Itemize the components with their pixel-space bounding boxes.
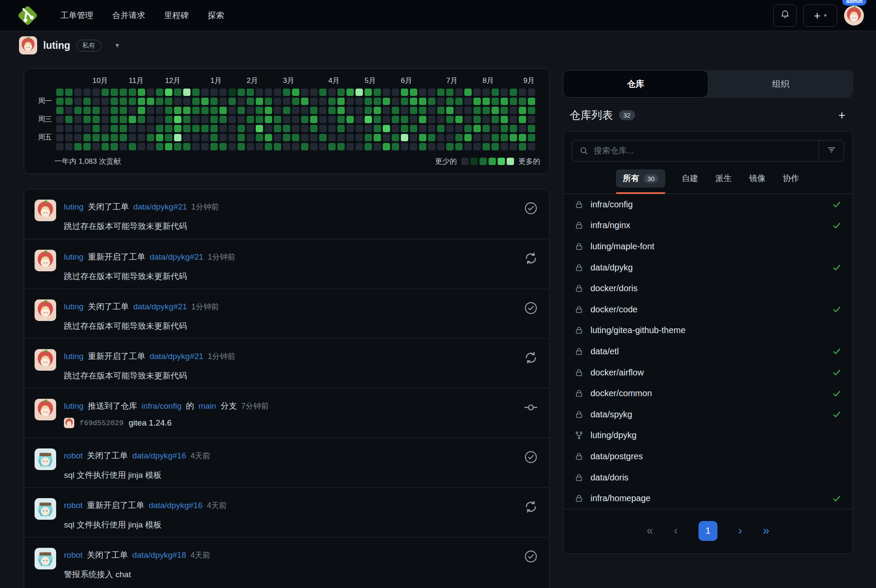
heatmap-cell [210,125,218,132]
repo-row[interactable]: data/doris [563,467,853,488]
feed-target-link[interactable]: data/dpykg#21 [149,352,203,361]
pagination-prev-button[interactable]: ‹ [674,524,678,537]
repo-row[interactable]: data/etl [563,341,853,362]
feed-user-link[interactable]: luting [64,352,83,361]
repo-row[interactable]: infra/homepage [563,488,853,509]
heatmap-cell [201,116,209,123]
repo-name-link[interactable]: luting/dpykg [590,430,637,440]
feed-item: robot重新开启了工单data/dpykg#164天前sql 文件执行使用 j… [24,487,549,537]
repo-row[interactable]: data/dpykg [563,257,853,278]
feed-avatar[interactable] [35,548,56,569]
repo-filter-button[interactable] [819,140,844,161]
heatmap-cell [156,125,163,132]
nav-item-0[interactable]: 工单管理 [53,6,101,25]
repo-name-link[interactable]: infra/nginx [590,220,630,230]
feed-target-link[interactable]: data/dpykg#16 [149,501,203,510]
feed-user-link[interactable]: robot [64,451,83,461]
heatmap-cell [283,143,290,150]
repo-filter-4[interactable]: 协作 [782,169,800,188]
repo-row[interactable]: luting/gitea-github-theme [563,320,853,341]
repo-name-link[interactable]: docker/doris [590,283,638,293]
repo-name-link[interactable]: luting/maple-font [590,242,654,251]
repo-filter-3[interactable]: 镜像 [748,169,766,188]
feed-user-link[interactable]: luting [64,401,83,411]
user-avatar[interactable] [844,6,864,25]
sidebar-tab-0[interactable]: 仓库 [563,70,708,98]
feed-avatar[interactable] [35,200,56,221]
repo-name-link[interactable]: data/etl [590,346,619,356]
feed-avatar[interactable] [35,349,56,371]
repo-row[interactable]: luting/dpykg [563,425,853,446]
feed-target-link[interactable]: data/dpykg#21 [133,302,187,311]
repo-name-link[interactable]: docker/common [590,388,652,398]
feed-user-link[interactable]: luting [64,202,83,212]
heatmap-cell [464,89,472,96]
repo-row[interactable]: infra/nginx [563,215,853,236]
gitea-logo-icon[interactable] [17,5,38,26]
repo-filter-0[interactable]: 所有30 [616,169,666,188]
repo-filter-1[interactable]: 自建 [681,169,699,188]
heatmap-cell [355,98,363,105]
repo-name-link[interactable]: data/spykg [590,410,632,420]
repo-name-link[interactable]: data/postgres [590,451,643,461]
nav-item-2[interactable]: 里程碑 [156,6,197,25]
legend-swatch [479,158,487,165]
feed-header: luting关闭了工单data/dpykg#211分钟前 [64,301,519,312]
pagination-next-button[interactable]: › [738,524,742,537]
pagination-first-button[interactable]: « [647,524,653,537]
heatmap-cell [528,116,535,123]
feed-avatar[interactable] [35,250,56,271]
create-new-button[interactable]: + ▾ [803,4,837,27]
feed-target-link[interactable]: infra/config [141,401,181,411]
pagination-last-button[interactable]: » [763,524,769,537]
repo-name-link[interactable]: data/dpykg [590,263,633,273]
heatmap-cell [265,107,272,114]
repo-row[interactable]: docker/doris [563,278,853,299]
feed-branch-link[interactable]: main [198,401,216,411]
repo-row[interactable]: infra/config [563,194,853,215]
repo-name-link[interactable]: infra/config [590,200,633,210]
nav-item-1[interactable]: 合并请求 [105,6,153,25]
heatmap-cell [111,143,118,150]
heatmap-cell [129,98,136,105]
feed-target-link[interactable]: data/dpykg#21 [149,252,203,262]
feed-user-link[interactable]: luting [64,252,83,262]
feed-action-text: 关闭了工单 [87,550,128,561]
feed-target-link[interactable]: data/dpykg#21 [133,202,187,212]
feed-user-link[interactable]: robot [64,550,83,560]
repo-filter-2[interactable]: 派生 [714,169,733,188]
pagination-current-page[interactable]: 1 [698,521,717,541]
repo-name-link[interactable]: infra/homepage [590,493,651,503]
heatmap-cell [473,143,481,150]
context-chevron-down-icon[interactable]: ▼ [114,42,121,49]
repo-name-link[interactable]: data/doris [590,473,628,483]
context-username[interactable]: luting [43,40,70,51]
repo-row[interactable]: docker/code [563,299,853,320]
repo-row[interactable]: docker/airflow [563,362,853,383]
repo-row[interactable]: data/spykg [563,404,853,425]
feed-avatar[interactable] [35,399,56,420]
heatmap-cell [482,134,490,141]
notifications-button[interactable] [773,4,797,27]
feed-user-link[interactable]: luting [64,302,83,311]
feed-avatar[interactable] [35,498,56,520]
repo-row[interactable]: docker/common [563,383,853,404]
feed-target-link[interactable]: data/dpykg#18 [132,550,186,560]
sidebar-tab-1[interactable]: 组织 [708,70,853,98]
repo-name-link[interactable]: docker/airflow [590,368,644,378]
repo-row[interactable]: luting/maple-font [563,236,853,257]
repo-row[interactable]: data/postgres [563,446,853,467]
heatmap-cell [165,143,172,150]
repo-name-link[interactable]: luting/gitea-github-theme [590,325,686,335]
repo-name-link[interactable]: docker/code [590,305,638,315]
nav-item-3[interactable]: 探索 [200,6,232,25]
feed-user-link[interactable]: robot [64,501,83,510]
heatmap-cell [519,125,526,132]
context-avatar[interactable] [19,36,37,54]
repo-search-input[interactable] [594,146,819,156]
feed-avatar[interactable] [35,299,56,321]
commit-hash-link[interactable]: f69d552029 [79,419,124,427]
feed-target-link[interactable]: data/dpykg#16 [132,451,186,461]
add-repo-button[interactable]: + [838,109,845,121]
feed-avatar[interactable] [35,448,56,470]
